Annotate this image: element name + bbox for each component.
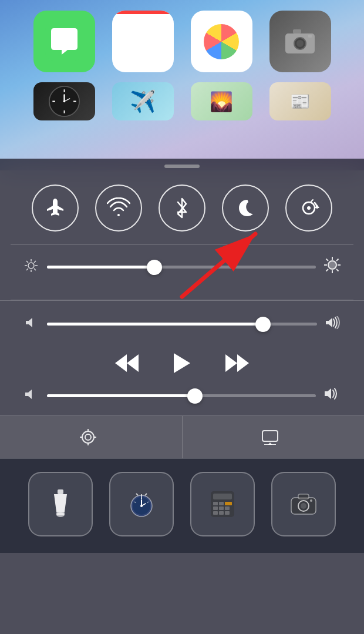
volume-max-icon — [324, 387, 341, 405]
svg-line-36 — [326, 259, 329, 261]
svg-rect-80 — [213, 511, 218, 515]
tools-row — [0, 458, 364, 553]
svg-rect-77 — [213, 506, 218, 510]
app-clock-partial[interactable] — [29, 82, 99, 120]
rewind-button[interactable] — [115, 354, 139, 376]
play-button[interactable] — [174, 353, 190, 377]
svg-rect-82 — [225, 511, 230, 515]
svg-rect-81 — [219, 511, 224, 515]
airplane-mode-toggle[interactable] — [32, 185, 79, 232]
home-screen: ✈️ 🌄 📰 — [0, 0, 364, 170]
svg-point-22 — [28, 263, 34, 269]
volume-slider-row — [23, 387, 341, 405]
bluetooth-toggle[interactable] — [159, 185, 205, 232]
app-partial-4[interactable]: 📰 — [265, 82, 335, 120]
media-controls — [23, 347, 341, 387]
svg-line-30 — [26, 269, 28, 270]
svg-line-37 — [336, 269, 339, 271]
app-partial-2[interactable]: ✈️ — [107, 82, 178, 120]
airplay-icon — [261, 430, 279, 445]
svg-point-6 — [296, 40, 304, 47]
wifi-toggle[interactable] — [95, 185, 142, 232]
app-row-2-partial: ✈️ 🌄 📰 — [6, 82, 358, 120]
audio-slider-row — [23, 307, 341, 337]
fast-forward-button[interactable] — [225, 354, 249, 376]
svg-point-86 — [301, 503, 306, 509]
app-partial-3[interactable]: 🌄 — [186, 82, 257, 120]
svg-point-50 — [85, 434, 91, 440]
svg-rect-76 — [225, 502, 232, 505]
svg-marker-44 — [174, 353, 190, 373]
do-not-disturb-toggle[interactable] — [222, 185, 269, 232]
volume-slider[interactable] — [47, 394, 316, 397]
svg-marker-45 — [225, 354, 237, 372]
svg-rect-73 — [213, 494, 232, 499]
svg-marker-48 — [325, 388, 331, 399]
airdrop-button[interactable] — [0, 416, 182, 458]
app-camera[interactable] — [265, 11, 335, 75]
flashlight-button[interactable] — [28, 472, 93, 536]
svg-marker-41 — [326, 318, 332, 327]
svg-line-39 — [326, 269, 329, 271]
svg-rect-8 — [308, 35, 312, 38]
svg-rect-75 — [219, 502, 224, 505]
audio-min-icon — [23, 317, 39, 331]
svg-line-28 — [34, 269, 36, 270]
svg-point-20 — [307, 206, 311, 210]
calculator-button[interactable] — [190, 472, 255, 536]
svg-point-87 — [310, 499, 312, 502]
volume-min-icon — [23, 388, 39, 403]
svg-rect-55 — [262, 431, 278, 441]
brightness-thumb[interactable] — [147, 260, 162, 275]
svg-line-65 — [145, 494, 147, 495]
svg-rect-74 — [213, 502, 218, 505]
sliders-section — [0, 245, 364, 300]
svg-marker-46 — [237, 354, 249, 372]
brightness-slider-row — [23, 257, 341, 277]
audio-fill — [47, 323, 263, 326]
audio-slider[interactable] — [47, 323, 317, 326]
audio-max-icon — [325, 315, 341, 333]
app-row-1 — [6, 11, 358, 75]
airplay-button[interactable] — [182, 416, 365, 458]
brightness-slider[interactable] — [47, 266, 316, 269]
svg-line-21 — [311, 200, 313, 202]
camera-tool-button[interactable] — [271, 472, 336, 536]
svg-point-17 — [63, 100, 65, 103]
svg-point-31 — [328, 261, 336, 269]
svg-marker-19 — [315, 204, 319, 208]
svg-line-38 — [336, 259, 339, 261]
svg-rect-79 — [225, 506, 230, 510]
control-center — [0, 159, 364, 634]
svg-point-49 — [82, 431, 94, 443]
app-messages[interactable] — [29, 11, 99, 75]
app-calendar[interactable] — [107, 11, 178, 75]
svg-line-64 — [136, 494, 138, 495]
svg-rect-78 — [219, 506, 224, 510]
brightness-fill — [47, 266, 154, 269]
timer-button[interactable] — [109, 472, 174, 536]
svg-marker-42 — [127, 354, 139, 372]
media-section — [0, 300, 364, 415]
svg-point-68 — [140, 505, 143, 507]
svg-marker-43 — [115, 354, 127, 372]
svg-line-27 — [26, 261, 28, 263]
svg-rect-7 — [293, 29, 301, 33]
svg-marker-47 — [25, 390, 32, 399]
rotation-lock-toggle[interactable] — [285, 185, 332, 232]
svg-rect-58 — [58, 489, 63, 494]
volume-thumb[interactable] — [187, 388, 203, 404]
svg-rect-60 — [56, 512, 65, 515]
brightness-min-icon — [23, 259, 39, 275]
audio-thumb[interactable] — [255, 317, 271, 332]
svg-marker-40 — [26, 318, 32, 327]
svg-line-29 — [34, 261, 36, 263]
svg-rect-84 — [298, 494, 309, 499]
brightness-max-icon — [324, 257, 341, 277]
app-photos[interactable] — [186, 11, 257, 75]
toggle-row — [0, 168, 364, 244]
airdrop-icon — [80, 429, 96, 445]
volume-fill — [47, 394, 195, 397]
air-row — [0, 415, 364, 458]
